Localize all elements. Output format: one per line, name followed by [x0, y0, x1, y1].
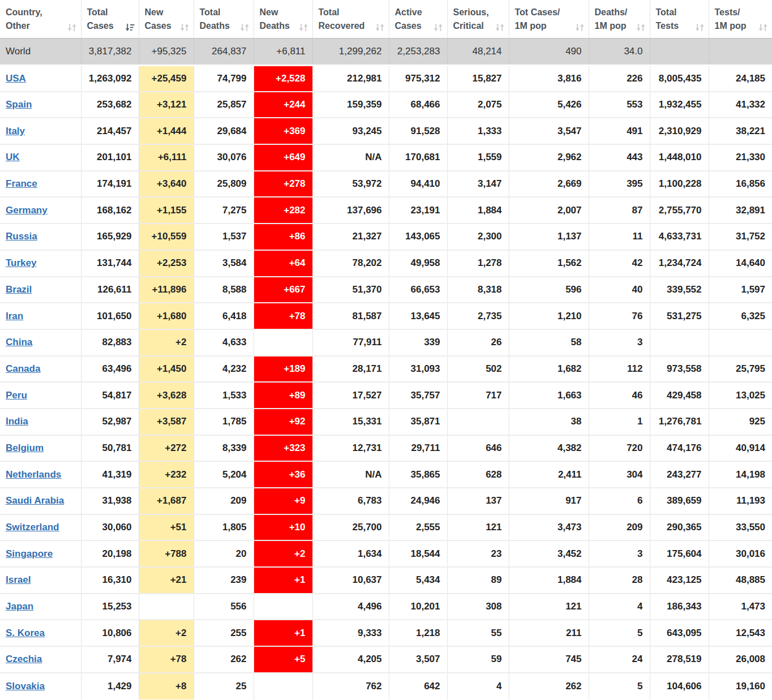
col-header-deaths-1m[interactable]: Deaths/1M pop	[589, 0, 650, 38]
cell-total-tests: 278,519	[650, 646, 709, 673]
cell-total-recovered: 81,587	[312, 303, 389, 329]
sort-up-down-icon	[636, 22, 646, 31]
cell-deaths-1m: 28	[589, 567, 650, 594]
cell-total-cases: 1,263,092	[81, 65, 139, 92]
country-link[interactable]: Spain	[6, 99, 32, 110]
cell-total-cases: 201,101	[81, 144, 139, 171]
cell-total-tests: 474,176	[650, 435, 709, 462]
cell-total-tests: 243,277	[650, 461, 709, 488]
cell-country: Peru	[0, 382, 81, 409]
cell-new-deaths: +649	[254, 144, 312, 171]
cell-total-tests: 973,558	[650, 356, 709, 383]
cell-deaths-1m: 553	[589, 92, 650, 118]
country-link[interactable]: Netherlands	[6, 469, 61, 480]
cell-new-cases: +3,628	[139, 382, 194, 409]
country-link[interactable]: Japan	[6, 601, 33, 612]
cell-country: Turkey	[0, 250, 81, 277]
cell-total-deaths: 262	[194, 646, 254, 673]
cell-new-cases: +2	[139, 329, 194, 356]
col-header-tot-cases-1m[interactable]: Tot Cases/1M pop	[509, 0, 589, 38]
cell-total-tests: 104,606	[650, 673, 709, 699]
col-header-new-cases[interactable]: NewCases	[139, 0, 194, 38]
sort-up-down-icon	[575, 22, 585, 31]
table-row: S. Korea10,806+2255+19,3331,218552115643…	[0, 620, 772, 646]
cell-total-tests	[650, 329, 709, 356]
country-link[interactable]: UK	[6, 152, 20, 162]
country-link[interactable]: Brazil	[6, 284, 32, 295]
cell-total-cases: 174,191	[81, 171, 139, 197]
table-row: USA1,263,092+25,45974,799+2,528212,98197…	[0, 65, 772, 92]
country-link[interactable]: Peru	[6, 390, 27, 401]
country-link[interactable]: Turkey	[6, 257, 37, 268]
col-header-tests-1m[interactable]: Tests/1M pop	[709, 0, 772, 38]
table-row: Switzerland30,060+511,805+1025,7002,5551…	[0, 514, 772, 541]
country-link[interactable]: Belgium	[6, 443, 44, 453]
country-link[interactable]: Switzerland	[6, 522, 59, 532]
cell-total-deaths: 29,684	[194, 118, 254, 144]
col-header-total-cases[interactable]: TotalCases	[81, 0, 139, 38]
cell-country: World	[0, 38, 81, 65]
sort-up-down-icon	[695, 22, 705, 31]
country-link[interactable]: S. Korea	[6, 628, 45, 638]
cell-total-recovered: 53,972	[312, 171, 389, 197]
cell-active-cases: 29,711	[389, 435, 447, 462]
col-header-line1: Deaths/	[595, 6, 646, 19]
cell-tests-1m: 1,597	[709, 277, 772, 303]
cell-tot-cases-1m: 745	[509, 646, 589, 673]
country-link[interactable]: Germany	[6, 205, 48, 216]
country-link[interactable]: China	[6, 337, 32, 347]
country-link[interactable]: Czechia	[6, 654, 42, 664]
country-link[interactable]: USA	[6, 73, 26, 84]
country-link[interactable]: Russia	[6, 231, 37, 242]
col-header-total-tests[interactable]: TotalTests	[650, 0, 709, 38]
cell-total-deaths: 4,232	[194, 356, 254, 383]
cell-tot-cases-1m: 4,382	[509, 435, 589, 462]
cell-total-cases: 30,060	[81, 514, 139, 541]
country-link[interactable]: Israel	[6, 574, 31, 585]
country-link[interactable]: Iran	[6, 311, 23, 321]
col-header-total-recovered[interactable]: TotalRecovered	[312, 0, 389, 38]
country-link[interactable]: Italy	[6, 126, 25, 136]
col-header-active-cases[interactable]: ActiveCases	[389, 0, 447, 38]
cell-country: Slovakia	[0, 673, 81, 699]
cell-new-deaths: +278	[254, 171, 312, 197]
cell-new-deaths: +78	[254, 303, 312, 329]
cell-total-deaths: 264,837	[194, 38, 254, 65]
cell-country: UK	[0, 144, 81, 171]
cell-total-recovered: 93,245	[312, 118, 389, 144]
cell-tests-1m	[709, 38, 772, 65]
cell-active-cases: 143,065	[389, 224, 447, 250]
cell-country: Canada	[0, 356, 81, 383]
country-link[interactable]: India	[6, 416, 28, 427]
country-link[interactable]: Saudi Arabia	[6, 495, 64, 506]
col-header-line1: New	[145, 6, 190, 19]
cell-total-recovered: 137,696	[312, 197, 389, 224]
cell-total-recovered: N/A	[312, 461, 389, 488]
cell-tot-cases-1m: 121	[509, 594, 589, 620]
cell-total-deaths: 5,204	[194, 461, 254, 488]
country-link[interactable]: Singapore	[6, 548, 53, 559]
cell-active-cases: 35,871	[389, 409, 447, 435]
cell-serious-critical: 628	[447, 461, 509, 488]
col-header-serious-critical[interactable]: Serious,Critical	[447, 0, 509, 38]
cell-tot-cases-1m: 38	[509, 409, 589, 435]
cell-tests-1m: 30,016	[709, 540, 772, 567]
country-link[interactable]: France	[6, 178, 37, 189]
cell-active-cases: 339	[389, 329, 447, 356]
cell-total-recovered: 1,634	[312, 540, 389, 567]
cell-tests-1m: 41,332	[709, 92, 772, 118]
cell-tot-cases-1m: 490	[509, 38, 589, 65]
col-header-total-deaths[interactable]: TotalDeaths	[194, 0, 254, 38]
cell-total-recovered: 1,299,262	[312, 38, 389, 65]
table-body: World3,817,382+95,325264,837+6,8111,299,…	[0, 38, 772, 699]
cell-tests-1m: 19,160	[709, 673, 772, 699]
col-header-country[interactable]: Country,Other	[0, 0, 81, 38]
country-link[interactable]: Slovakia	[6, 681, 45, 692]
cell-country: Israel	[0, 567, 81, 594]
cell-total-cases: 15,253	[81, 594, 139, 620]
cell-new-deaths	[254, 594, 312, 620]
cell-active-cases: 68,466	[389, 92, 447, 118]
country-link[interactable]: Canada	[6, 363, 40, 374]
cell-new-cases	[139, 594, 194, 620]
col-header-new-deaths[interactable]: NewDeaths	[254, 0, 312, 38]
